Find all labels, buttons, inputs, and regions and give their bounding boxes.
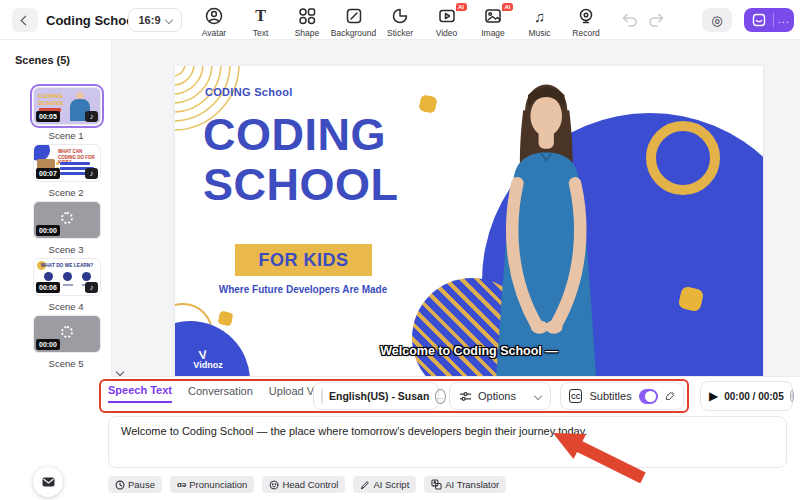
slide-title[interactable]: CODINGSCHOOL: [203, 110, 399, 210]
music-note-icon: ♪: [85, 168, 98, 179]
scene-duration: 00:00: [36, 339, 60, 350]
tool-video[interactable]: AI Video: [425, 3, 469, 38]
playback-time: 00:00 / 00:05: [724, 391, 784, 402]
tool-avatar[interactable]: Avatar: [192, 3, 236, 38]
video-canvas[interactable]: CODING School CODINGSCHOOL FOR KIDS Wher…: [175, 66, 763, 376]
scene-duration: 00:07: [36, 168, 60, 179]
info-icon[interactable]: i: [790, 390, 794, 402]
scene-thumbnail-4[interactable]: WHAT DO WE LEARN? 00:06 ♪: [33, 258, 101, 296]
scene-label-4: Scene 4: [16, 301, 116, 312]
redo-button[interactable]: [648, 12, 668, 28]
voice-more-button[interactable]: ...: [435, 389, 445, 404]
top-toolbar: Coding School 16:9 Avatar T Text Shape B…: [0, 0, 800, 40]
tool-background[interactable]: Background: [332, 3, 376, 38]
chevron-down-icon: [534, 392, 542, 400]
music-note-icon: ♪: [85, 111, 98, 122]
vidnoz-watermark: Vidnoz: [177, 360, 239, 370]
undo-button[interactable]: [620, 12, 640, 28]
options-dropdown[interactable]: Options: [449, 382, 551, 410]
preview-player: ▶ 00:00 / 00:05 i: [700, 381, 793, 411]
more-button[interactable]: ...: [774, 15, 794, 25]
scene-label-2: Scene 2: [16, 187, 116, 198]
clover-decoration: [219, 312, 232, 325]
ai-translator-button[interactable]: AI Translator: [424, 476, 506, 493]
cc-icon: CC: [569, 389, 582, 403]
scene-label-5: Scene 5: [16, 358, 116, 369]
avatar-icon: [204, 6, 224, 26]
face-icon: [269, 480, 279, 490]
target-icon: ◎: [711, 13, 722, 28]
ai-badge: AI: [502, 3, 513, 11]
scenes-title: Scenes (5): [15, 54, 70, 66]
tool-menu: Avatar T Text Shape Background Sticker A…: [192, 3, 608, 38]
speech-panel: Speech Text Conversation Upload Voice No…: [0, 376, 800, 500]
ai-badge: AI: [456, 3, 467, 11]
chevron-down-icon: [164, 16, 172, 24]
back-button[interactable]: [12, 8, 38, 32]
background-icon: [345, 6, 363, 26]
record-icon: [577, 6, 595, 26]
focus-mode-button[interactable]: ◎: [702, 8, 732, 32]
subtitles-control: CC Subtitles: [560, 382, 684, 410]
speech-text-input[interactable]: Welcome to Coding School — the place whe…: [108, 416, 787, 468]
head-control-button[interactable]: Head Control: [262, 476, 345, 493]
aspect-ratio-select[interactable]: 16:9: [128, 8, 182, 32]
sticker-icon: [391, 6, 409, 26]
tool-record[interactable]: Record: [564, 3, 608, 38]
sidebar-divider: [111, 40, 112, 376]
loading-spinner: [61, 326, 73, 338]
scene-duration: 00:00: [36, 225, 60, 236]
feedback-button[interactable]: [744, 13, 774, 27]
message-icon: [41, 476, 56, 489]
app-window: Coding School 16:9 Avatar T Text Shape B…: [0, 0, 800, 500]
pronunciation-button[interactable]: ɑə Pronunciation: [170, 476, 254, 493]
support-button[interactable]: [33, 467, 63, 497]
video-icon: [438, 6, 456, 26]
slide-tagline[interactable]: Where Future Developers Are Made: [203, 284, 403, 295]
voice-name: English(US) - Susan: [329, 390, 429, 402]
tool-music[interactable]: ♫ Music: [518, 3, 562, 38]
subtitle-effects-icon[interactable]: [665, 389, 675, 403]
pen-icon: [360, 480, 370, 490]
pause-button[interactable]: Pause: [108, 476, 162, 493]
chevron-left-icon: [20, 15, 30, 25]
project-title: Coding School: [46, 13, 138, 28]
slide-banner[interactable]: FOR KIDS: [235, 244, 372, 276]
subtitles-toggle[interactable]: [639, 389, 658, 404]
shape-icon: [298, 6, 316, 26]
scene-label-3: Scene 3: [16, 244, 116, 255]
chevron-down-icon: [116, 368, 124, 376]
slide-kicker[interactable]: CODING School: [205, 86, 293, 98]
scene-thumbnail-5[interactable]: 00:00: [33, 315, 101, 353]
tool-image[interactable]: AI Image: [471, 3, 515, 38]
sliders-icon: [459, 390, 472, 403]
scene-label-1: Scene 1: [16, 130, 116, 141]
scene-thumbnail-2[interactable]: WHAT CAN CODING DO FOR KIDS? 00:07 ♪: [33, 144, 101, 182]
translate-icon: [431, 479, 442, 490]
scene-duration: 00:06: [36, 282, 60, 293]
clover-decoration: [420, 96, 436, 112]
tool-text[interactable]: T Text: [239, 3, 283, 38]
speech-action-bar: Pause ɑə Pronunciation Head Control AI S…: [108, 476, 506, 493]
tab-conversation[interactable]: Conversation: [188, 385, 253, 402]
tool-shape[interactable]: Shape: [285, 3, 329, 38]
thumb-title: WHAT DO WE LEARN?: [34, 263, 100, 268]
music-note-icon: ♪: [85, 282, 98, 293]
scene-duration: 00:05: [36, 111, 60, 122]
tool-sticker[interactable]: Sticker: [378, 3, 422, 38]
ai-script-button[interactable]: AI Script: [353, 476, 416, 493]
tab-speech-text[interactable]: Speech Text: [108, 384, 172, 403]
scene-thumbnail-1[interactable]: CODINGSCHOOL 00:05 ♪: [33, 87, 101, 125]
caption-text[interactable]: Welcome to Coding School —: [175, 344, 763, 358]
play-icon[interactable]: ▶: [709, 390, 718, 402]
thumb-title: CODINGSCHOOL: [38, 93, 65, 106]
us-flag-icon: [321, 388, 323, 405]
pronunciation-icon: ɑə: [177, 480, 186, 489]
voice-selector[interactable]: English(US) - Susan ...: [313, 382, 439, 410]
scene-thumbnail-3[interactable]: 00:00: [33, 201, 101, 239]
presenter-avatar[interactable]: [465, 72, 685, 376]
music-icon: ♫: [534, 6, 545, 26]
text-icon: T: [255, 6, 266, 26]
loading-spinner: [61, 212, 73, 224]
clock-icon: [115, 480, 125, 490]
